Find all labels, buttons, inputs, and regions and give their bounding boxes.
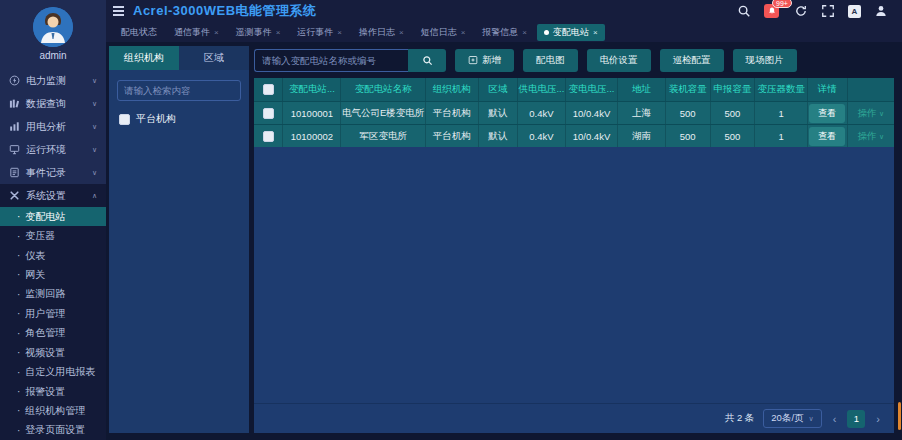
tariff-settings-button[interactable]: 电价设置 [587,49,651,72]
tab-sms-log[interactable]: 短信日志× [414,24,473,41]
sidebar-subitem-monitor-circuit[interactable]: ·监测回路 [0,285,106,304]
column-header: 变电电压... [566,78,619,101]
avatar[interactable] [33,7,73,47]
header-checkbox-cell [254,78,283,101]
view-button[interactable]: 查看 [809,104,845,123]
sidebar-subitem-alarm-settings[interactable]: ·报警设置 [0,382,106,401]
tree-node-platform-org[interactable]: 平台机构 [109,109,249,129]
sidebar-subitem-role-mgmt[interactable]: ·角色管理 [0,324,106,343]
subitem-label: 监测回路 [25,287,65,301]
row-checkbox[interactable] [263,131,274,142]
user-icon[interactable] [874,4,888,18]
refresh-icon[interactable] [794,4,808,18]
sidebar-item-power-monitor[interactable]: 电力监测 ∨ [0,69,106,92]
site-photos-button[interactable]: 现场图片 [733,49,797,72]
sidebar-item-settings[interactable]: 系统设置 ∧ [0,184,106,207]
station-search-group [254,49,446,72]
bullet: · [17,289,20,300]
notifications-button[interactable]: 99+ [764,4,781,19]
nav-tab-bar: 配电状态 通信事件× 遥测事件× 运行事件× 操作日志× 短信日志× 报警信息×… [106,22,902,42]
scrollbar-thumb[interactable] [898,402,901,430]
tab-label: 变配电站 [553,26,589,39]
sidebar-item-environment[interactable]: 运行环境 ∨ [0,138,106,161]
next-page-button[interactable]: › [874,413,882,425]
cell-actions: 操作 ∨ [848,125,894,147]
row-action-dropdown[interactable]: 操作 ∨ [857,130,884,143]
sidebar-item-label: 电力监测 [26,74,66,88]
bullet: · [17,405,20,416]
tab-run-events[interactable]: 运行事件× [290,24,349,41]
page-scrollbar[interactable] [897,0,902,440]
pagination: 共 2 条 20条/页∨ ‹ 1 › [254,403,894,433]
sidebar-subitem-meter[interactable]: ·仪表 [0,246,106,265]
cell-station-code: 10100001 [283,102,341,124]
row-checkbox[interactable] [263,108,274,119]
cell-supply-voltage: 0.4kV [518,102,565,124]
row-action-dropdown[interactable]: 操作 ∨ [857,107,884,120]
cell-declared-capacity: 500 [711,125,756,147]
add-button[interactable]: 新增 [455,49,514,72]
sidebar-subitem-login-page[interactable]: ·登录页面设置 [0,421,106,440]
prev-page-button[interactable]: ‹ [831,413,839,425]
cell-transformer-count: 1 [755,102,808,124]
station-search-input[interactable] [254,49,408,72]
tab-power-distribution-status[interactable]: 配电状态 [114,24,164,41]
tree-node-checkbox[interactable] [119,114,130,125]
total-count: 共 2 条 [725,412,755,425]
subitem-label: 视频设置 [25,346,65,360]
hamburger-menu-icon[interactable] [113,6,124,16]
close-tab-icon[interactable]: × [593,28,598,37]
tab-telemetry-events[interactable]: 遥测事件× [229,24,288,41]
close-tab-icon[interactable]: × [337,28,342,37]
notification-badge: 99+ [772,0,792,8]
button-label: 新增 [482,54,501,67]
tab-organization[interactable]: 组织机构 [109,46,179,70]
close-tab-icon[interactable]: × [276,28,281,37]
search-button[interactable] [408,49,446,72]
subitem-label: 仪表 [25,249,45,263]
page-size-select[interactable]: 20条/页∨ [763,409,821,428]
column-header: 变压器数量 [755,78,808,101]
tab-operation-log[interactable]: 操作日志× [352,24,411,41]
distribution-diagram-button[interactable]: 配电图 [523,49,578,72]
sidebar-subitem-substation[interactable]: ·变配电站 [0,207,106,226]
close-tab-icon[interactable]: × [522,28,527,37]
subitem-label: 角色管理 [25,326,65,340]
sidebar-item-event-log[interactable]: 事件记录 ∨ [0,161,106,184]
sidebar-subitem-gateway[interactable]: ·网关 [0,265,106,284]
tab-comm-events[interactable]: 通信事件× [167,24,226,41]
sidebar-subitem-video[interactable]: ·视频设置 [0,343,106,362]
table-row: 10100001 电气公司E楼变电所 平台机构 默认 0.4kV 10/0.4k… [254,101,894,124]
sidebar-subitem-user-mgmt[interactable]: ·用户管理 [0,304,106,323]
inspection-config-button[interactable]: 巡检配置 [660,49,724,72]
subitem-label: 用户管理 [25,307,65,321]
sidebar-item-analysis[interactable]: 用电分析 ∨ [0,115,106,138]
fullscreen-icon[interactable] [821,4,835,18]
close-tab-icon[interactable]: × [399,28,404,37]
tree-search-input[interactable] [117,80,241,101]
cell-address: 上海 [618,102,665,124]
tab-alarm-info[interactable]: 报警信息× [475,24,534,41]
language-icon[interactable]: A [848,5,861,18]
close-tab-icon[interactable]: × [461,28,466,37]
sidebar-subitem-org-mgmt[interactable]: ·组织机构管理 [0,401,106,420]
chevron-down-icon: ∨ [92,77,97,85]
tab-label: 运行事件 [297,26,333,39]
cell-organization: 平台机构 [426,125,479,147]
view-button[interactable]: 查看 [809,127,845,146]
page-number[interactable]: 1 [847,410,865,428]
close-tab-icon[interactable]: × [214,28,219,37]
title-row: Acrel-3000WEB电能管理系统 99+ A [106,0,902,22]
subitem-label: 组织机构管理 [25,404,85,418]
table-header-row: 变配电站... 变配电站名称 组织机构 区域 供电电压... 变电电压... 地… [254,78,894,101]
sidebar-item-data-query[interactable]: 数据查询 ∨ [0,92,106,115]
column-header: 供电电压... [518,78,565,101]
tab-region[interactable]: 区域 [179,46,249,70]
search-icon[interactable] [737,4,751,18]
sidebar-subitem-custom-report[interactable]: ·自定义用电报表 [0,362,106,381]
table-section: 新增 配电图 电价设置 巡检配置 现场图片 变配电站... 变配电站名称 组织机… [254,46,894,433]
sidebar-subitem-transformer[interactable]: ·变压器 [0,226,106,245]
tab-substation[interactable]: 变配电站× [537,24,605,41]
app-root: admin 电力监测 ∨ 数据查询 ∨ 用电分析 ∨ 运行环境 ∨ [0,0,902,440]
select-all-checkbox[interactable] [263,84,274,95]
